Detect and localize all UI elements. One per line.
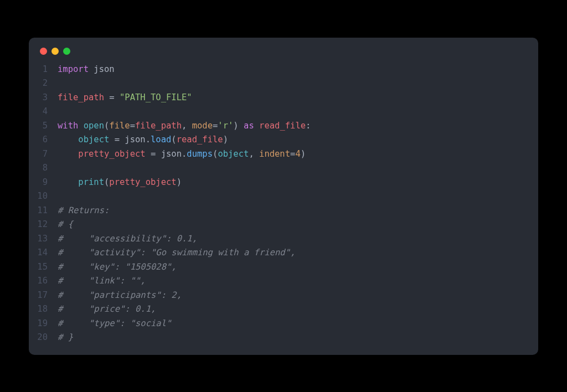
code-line: 10	[29, 189, 538, 204]
token-punct: )	[233, 121, 238, 131]
code-line: 6 object = json.load(read_file)	[29, 133, 538, 147]
line-number: 14	[29, 246, 58, 260]
token-param: mode	[192, 121, 213, 131]
code-content: # "accessibility": 0.1,	[58, 232, 197, 246]
code-content: # "key": "1505028",	[58, 260, 177, 275]
token-obj: json	[161, 149, 182, 159]
code-editor: 1import json23file_path = "PATH_TO_FILE"…	[29, 59, 538, 355]
code-line: 4	[29, 105, 538, 119]
token-punct: )	[177, 177, 182, 187]
line-number: 18	[29, 302, 58, 317]
token-op: =	[130, 121, 135, 131]
code-content: # "activity": "Go swimming with a friend…	[58, 246, 295, 260]
token-white	[254, 121, 259, 131]
code-content: file_path = "PATH_TO_FILE"	[58, 91, 192, 105]
code-content: # "type": "social"	[58, 317, 171, 331]
code-line: 1import json	[29, 63, 538, 77]
line-number: 3	[29, 91, 58, 105]
token-punct: (	[104, 121, 109, 131]
token-comment: # }	[58, 332, 73, 342]
code-content: print(pretty_object)	[58, 176, 182, 190]
code-line: 9 print(pretty_object)	[29, 176, 538, 190]
maximize-icon[interactable]	[63, 48, 70, 55]
line-number: 19	[29, 317, 58, 331]
code-content: # }	[58, 331, 73, 345]
token-kw: import	[58, 64, 89, 74]
minimize-icon[interactable]	[51, 48, 59, 55]
code-content: with open(file=file_path, mode='r') as r…	[58, 119, 311, 133]
token-white	[104, 92, 109, 102]
line-number: 17	[29, 288, 58, 303]
token-punct: )	[301, 149, 306, 159]
code-content: # "link": "",	[58, 274, 146, 288]
code-line: 17# "participants": 2,	[29, 288, 538, 303]
code-line: 19# "type": "social"	[29, 317, 538, 331]
code-line: 12# {	[29, 218, 538, 232]
token-white	[89, 64, 94, 74]
token-fn: dumps	[187, 149, 213, 159]
code-line: 3file_path = "PATH_TO_FILE"	[29, 91, 538, 105]
token-builtin: open	[84, 121, 104, 131]
code-line: 13# "accessibility": 0.1,	[29, 232, 538, 246]
window-titlebar	[29, 38, 538, 59]
token-white	[78, 121, 83, 131]
token-var: pretty_object	[78, 149, 145, 159]
code-line: 5with open(file=file_path, mode='r') as …	[29, 119, 538, 133]
line-number: 1	[29, 63, 58, 77]
token-param: file	[109, 121, 130, 131]
token-var: read_file	[259, 121, 306, 131]
token-op: =	[290, 149, 295, 159]
code-content: pretty_object = json.dumps(object, inden…	[58, 147, 306, 162]
line-number: 2	[29, 76, 58, 91]
token-comment: # "price": 0.1,	[58, 304, 156, 314]
token-comment: # "type": "social"	[58, 318, 171, 328]
token-kw: as	[244, 121, 254, 131]
token-var: file_path	[135, 121, 182, 131]
line-number: 8	[29, 161, 58, 176]
line-number: 13	[29, 232, 58, 246]
line-number: 12	[29, 218, 58, 232]
token-comment: # Returns:	[58, 205, 109, 215]
code-content: # "price": 0.1,	[58, 302, 156, 317]
code-content: # Returns:	[58, 204, 109, 218]
line-number: 6	[29, 133, 58, 147]
code-content: # "participants": 2,	[58, 288, 182, 303]
token-white	[58, 177, 78, 187]
code-content: object = json.load(read_file)	[58, 133, 228, 147]
code-line: 7 pretty_object = json.dumps(object, ind…	[29, 147, 538, 162]
token-punct: )	[223, 135, 228, 145]
token-comment: # "activity": "Go swimming with a friend…	[58, 247, 295, 257]
token-punct: .	[146, 135, 151, 145]
token-punct: (	[171, 135, 176, 145]
token-white	[58, 149, 78, 159]
code-window: 1import json23file_path = "PATH_TO_FILE"…	[29, 38, 538, 355]
line-number: 15	[29, 260, 58, 275]
token-white	[115, 92, 120, 102]
close-icon[interactable]	[40, 48, 47, 55]
token-comment: # "participants": 2,	[58, 290, 182, 300]
token-comment: # "accessibility": 0.1,	[58, 234, 197, 244]
token-punct: :	[306, 121, 311, 131]
line-number: 4	[29, 105, 58, 119]
token-white	[156, 149, 161, 159]
token-var: pretty_object	[109, 177, 176, 187]
token-punct: ,	[249, 149, 259, 159]
token-builtin: print	[78, 177, 104, 187]
code-content: # {	[58, 218, 73, 232]
token-punct: .	[182, 149, 187, 159]
line-number: 20	[29, 331, 58, 345]
token-builtin: object	[218, 149, 249, 159]
token-white	[146, 149, 151, 159]
token-kw: with	[58, 121, 78, 131]
token-var: read_file	[177, 135, 223, 145]
token-param: indent	[259, 149, 290, 159]
token-num: 4	[295, 149, 300, 159]
token-str: 'r'	[218, 121, 233, 131]
token-punct: (	[213, 149, 218, 159]
code-line: 2	[29, 76, 538, 91]
token-comment: # "key": "1505028",	[58, 262, 177, 272]
token-punct: (	[104, 177, 109, 187]
token-white	[239, 121, 244, 131]
code-line: 15# "key": "1505028",	[29, 260, 538, 275]
code-line: 18# "price": 0.1,	[29, 302, 538, 317]
